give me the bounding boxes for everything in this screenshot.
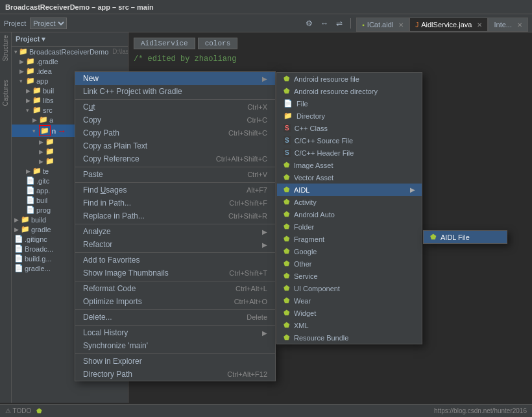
submenu-cpp-class[interactable]: S C++ Class: [277, 122, 422, 134]
wear-label: Wear: [294, 297, 311, 305]
menu-item-paste[interactable]: Paste Ctrl+V: [75, 167, 275, 181]
menu-item-find-usages[interactable]: Find Usages Alt+F7: [75, 182, 275, 197]
submenu-folder[interactable]: ⬟ Folder: [277, 220, 422, 233]
submenu-android-resource-dir[interactable]: ⬟ Android resource directory: [277, 85, 422, 97]
other-icon: ⬟: [284, 259, 290, 268]
menu-item-show-explorer[interactable]: Show in Explorer: [75, 353, 275, 368]
gradle-arrow: ▶: [19, 58, 25, 65]
submenu-fragment[interactable]: ⬟ Fragment: [277, 233, 422, 245]
aidl-file-icon: ⬟: [430, 233, 437, 241]
menu-item-delete[interactable]: Delete... Delete: [75, 309, 275, 324]
service-icon: ⬟: [284, 272, 290, 280]
gitignore-icon: 📄: [14, 235, 23, 243]
submenu-ui-component[interactable]: ⬟ UI Component: [277, 282, 422, 294]
tab-icat-aidl[interactable]: ▪ ICat.aidl ✕: [356, 18, 409, 32]
n-label: n: [52, 127, 56, 135]
google-label: Google: [294, 248, 317, 256]
tab-inte-close[interactable]: ✕: [517, 21, 522, 29]
menu-item-analyze[interactable]: Analyze ▶: [75, 224, 275, 238]
project-selector[interactable]: Project: [30, 18, 67, 29]
menu-item-show-thumbnails[interactable]: Show Image Thumbnails Ctrl+Shift+T: [75, 267, 275, 280]
menu-item-find-path[interactable]: Find in Path... Ctrl+Shift+F: [75, 197, 275, 209]
toolbar-icon-3[interactable]: ⇌: [333, 18, 345, 29]
submenu-android-auto[interactable]: ⬟ Android Auto: [277, 208, 422, 220]
resource-bundle-icon: ⬟: [284, 333, 290, 342]
menu-item-dir-path[interactable]: Directory Path Ctrl+Alt+F12: [75, 368, 275, 381]
gradle-icon: 📁: [26, 57, 35, 66]
menu-dir-path-label: Directory Path: [83, 370, 222, 379]
submenu-image-asset[interactable]: ⬟ Image Asset: [277, 159, 422, 171]
libs-icon: 📁: [32, 96, 42, 104]
submenu-vector-asset[interactable]: ⬟ Vector Asset: [277, 171, 422, 184]
menu-item-new[interactable]: New ▶: [75, 72, 275, 85]
menu-item-copy[interactable]: Copy Ctrl+C: [75, 113, 275, 126]
menu-paste-shortcut: Ctrl+V: [247, 171, 267, 178]
tab-icat-close[interactable]: ✕: [398, 21, 404, 29]
submenu-resource-bundle[interactable]: ⬟ Resource Bundle: [277, 331, 422, 344]
android-res-dir-icon: ⬟: [284, 87, 290, 95]
submenu-widget[interactable]: ⬟ Widget: [277, 307, 422, 319]
src-label: src: [43, 106, 53, 114]
broadc-icon: 📄: [14, 244, 23, 253]
aidl-file-item[interactable]: ⬟ AIDL File: [424, 231, 507, 243]
submenu-xml[interactable]: ⬟ XML: [277, 319, 422, 331]
menu-item-replace-path[interactable]: Replace in Path... Ctrl+Shift+R: [75, 209, 275, 222]
captures-icon[interactable]: Captures: [2, 80, 9, 106]
tab-aidlservice-java[interactable]: J AidlService.java ✕: [409, 18, 488, 32]
menu-item-link-cpp[interactable]: Link C++ Project with Gradle: [75, 85, 275, 98]
menu-item-refactor[interactable]: Refactor ▶: [75, 238, 275, 251]
sub3-icon: 📁: [45, 157, 54, 165]
gradle2-icon: 📁: [21, 225, 30, 233]
menu-item-cut[interactable]: Cut Ctrl+X: [75, 99, 275, 113]
resource-bundle-label: Resource Bundle: [294, 334, 348, 342]
status-todo[interactable]: ⚠ TODO: [5, 407, 31, 414]
code-tab-aidlservice[interactable]: AidlService: [134, 38, 195, 49]
menu-link-cpp-label: Link C++ Project with Gradle: [83, 87, 267, 96]
toolbar-icon-1[interactable]: ⚙: [303, 18, 315, 29]
android-res-dir-label: Android resource directory: [294, 88, 378, 95]
submenu-other[interactable]: ⬟ Other: [277, 257, 422, 270]
menu-item-copy-plain[interactable]: Copy as Plain Text: [75, 139, 275, 152]
tab-aidlservice-close[interactable]: ✕: [477, 21, 482, 29]
menu-item-reformat[interactable]: Reformat Code Ctrl+Alt+L: [75, 281, 275, 295]
toolbar-icon-2[interactable]: ↔: [318, 18, 331, 29]
code-tab-colors[interactable]: colors: [198, 38, 238, 49]
menu-show-explorer-label: Show in Explorer: [83, 357, 267, 366]
menu-item-synchronize[interactable]: Synchronize 'main': [75, 339, 275, 352]
submenu-wear[interactable]: ⬟ Wear: [277, 294, 422, 307]
menu-reformat-shortcut: Ctrl+Alt+L: [236, 285, 267, 292]
submenu-file[interactable]: 📄 File: [277, 97, 422, 110]
submenu-android-resource-file[interactable]: ⬟ Android resource file: [277, 73, 422, 85]
menu-item-local-history[interactable]: Local History ▶: [75, 325, 275, 339]
menu-item-copy-ref[interactable]: Copy Reference Ctrl+Alt+Shift+C: [75, 152, 275, 165]
submenu-cpp-header[interactable]: S C/C++ Header File: [277, 147, 422, 159]
tab-inte[interactable]: Inte... ✕: [488, 18, 528, 32]
submenu-service[interactable]: ⬟ Service: [277, 270, 422, 282]
menu-find-usages-shortcut: Alt+F7: [247, 186, 267, 194]
title-bar: BroadcastReceiverDemo – app – src – main: [0, 0, 532, 14]
folder-sub-icon: ⬟: [284, 222, 290, 231]
gradle2-arrow: ▶: [14, 226, 19, 233]
builf-label: buil: [36, 197, 47, 204]
submenu-cpp-source[interactable]: S C/C++ Source File: [277, 134, 422, 147]
a-arrow: ▶: [32, 117, 38, 123]
app-icon: 📁: [26, 77, 35, 85]
widget-icon: ⬟: [284, 309, 290, 317]
menu-item-optimize[interactable]: Optimize Imports Ctrl+Alt+O: [75, 295, 275, 308]
submenu-directory[interactable]: 📁 Directory: [277, 110, 422, 122]
menu-delete-shortcut: Delete: [247, 313, 267, 321]
submenu-aidl[interactable]: ⬟ AIDL ▶: [277, 184, 422, 196]
structure-icon[interactable]: Structure: [2, 35, 9, 62]
menu-cut-shortcut: Ctrl+X: [247, 103, 267, 111]
tree-gradle[interactable]: ▶ 📁 .gradle: [12, 56, 128, 66]
menu-paste-label: Paste: [83, 170, 242, 179]
idea-icon: 📁: [26, 67, 35, 75]
submenu-activity[interactable]: ⬟ Activity: [277, 196, 422, 208]
menu-copy-plain-label: Copy as Plain Text: [83, 141, 267, 150]
menu-item-add-favorites[interactable]: Add to Favorites: [75, 252, 275, 267]
submenu-google[interactable]: ⬟ Google: [277, 245, 422, 257]
buildg-icon: 📄: [14, 254, 23, 263]
n-arrow: ▾: [32, 128, 38, 134]
tree-root[interactable]: ▾ 📁 BroadcastReceiverDemo D:\lastCompany…: [12, 47, 128, 56]
menu-item-copy-path[interactable]: Copy Path Ctrl+Shift+C: [75, 126, 275, 139]
